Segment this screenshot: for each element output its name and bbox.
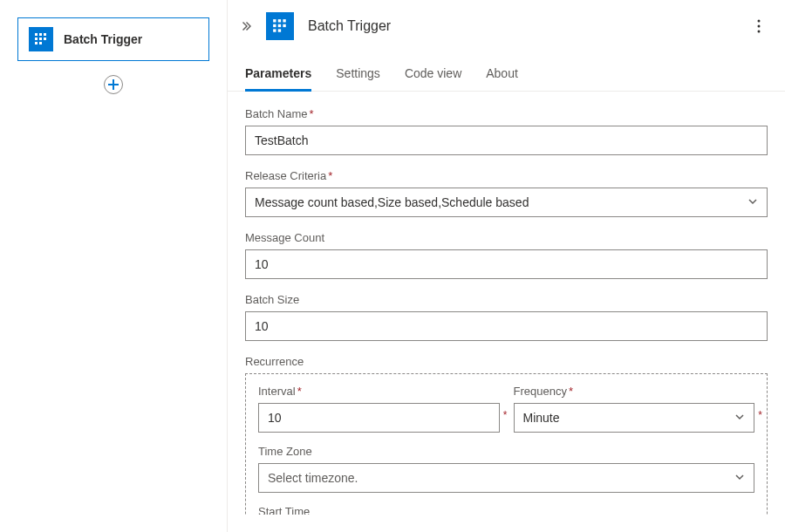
add-step-button[interactable]: [104, 75, 123, 94]
workflow-node-label: Batch Trigger: [64, 32, 142, 46]
svg-rect-12: [278, 24, 281, 27]
batch-name-label: Batch Name*: [245, 107, 768, 120]
svg-rect-13: [283, 24, 285, 27]
message-count-input[interactable]: [245, 249, 768, 279]
more-actions-button[interactable]: [750, 19, 768, 33]
chevron-down-icon: [734, 411, 745, 425]
svg-rect-6: [35, 42, 38, 44]
workflow-canvas: Batch Trigger: [0, 0, 227, 532]
recurrence-group: Interval* * Frequency* Minute * Tim: [245, 373, 768, 515]
frequency-label: Frequency*: [514, 385, 755, 398]
tab-about[interactable]: About: [486, 63, 518, 91]
svg-rect-14: [273, 29, 276, 31]
recurrence-label: Recurrence: [245, 355, 768, 368]
svg-rect-2: [44, 33, 46, 36]
chevron-down-icon: [747, 195, 758, 209]
svg-rect-8: [273, 19, 276, 22]
svg-point-16: [758, 20, 761, 23]
frequency-value: Minute: [523, 411, 560, 425]
timezone-placeholder: Select timezone.: [268, 471, 358, 485]
frequency-select[interactable]: Minute: [514, 403, 755, 433]
workflow-node-batch-trigger[interactable]: Batch Trigger: [17, 17, 209, 61]
collapse-panel-button[interactable]: [240, 17, 257, 35]
panel-tabs: Parameters Settings Code view About: [228, 51, 785, 92]
message-count-label: Message Count: [245, 231, 768, 244]
chevron-down-icon: [734, 471, 745, 485]
svg-rect-1: [39, 33, 42, 36]
release-criteria-label: Release Criteria*: [245, 169, 768, 182]
tab-parameters[interactable]: Parameters: [245, 63, 311, 91]
svg-rect-7: [39, 42, 42, 44]
svg-rect-10: [283, 19, 285, 22]
required-marker-icon: *: [503, 409, 508, 421]
svg-point-17: [758, 25, 761, 28]
timezone-label: Time Zone: [258, 445, 754, 458]
batch-trigger-icon: [29, 27, 53, 51]
svg-rect-4: [39, 38, 42, 40]
required-marker-icon: *: [758, 409, 762, 421]
batch-size-label: Batch Size: [245, 293, 768, 306]
release-criteria-value: Message count based,Size based,Schedule …: [255, 195, 529, 209]
batch-size-input[interactable]: [245, 311, 768, 341]
properties-panel: Batch Trigger Parameters Settings Code v…: [227, 0, 785, 532]
tab-settings[interactable]: Settings: [336, 63, 380, 91]
svg-point-18: [758, 31, 761, 33]
svg-rect-0: [35, 33, 38, 36]
parameters-form: Batch Name* Release Criteria* Message co…: [228, 92, 785, 515]
svg-rect-9: [278, 19, 281, 22]
svg-rect-15: [278, 29, 281, 31]
tab-code-view[interactable]: Code view: [405, 63, 461, 91]
panel-title: Batch Trigger: [308, 18, 750, 34]
svg-rect-3: [35, 38, 38, 40]
svg-rect-5: [44, 38, 46, 40]
start-time-label: Start Time: [258, 505, 754, 515]
batch-name-input[interactable]: [245, 126, 768, 155]
batch-trigger-icon: [266, 12, 294, 40]
panel-header: Batch Trigger: [228, 0, 785, 51]
release-criteria-select[interactable]: Message count based,Size based,Schedule …: [245, 188, 768, 217]
svg-rect-11: [273, 24, 276, 27]
interval-input[interactable]: [258, 403, 500, 433]
interval-label: Interval*: [258, 385, 500, 398]
timezone-select[interactable]: Select timezone.: [258, 463, 754, 493]
